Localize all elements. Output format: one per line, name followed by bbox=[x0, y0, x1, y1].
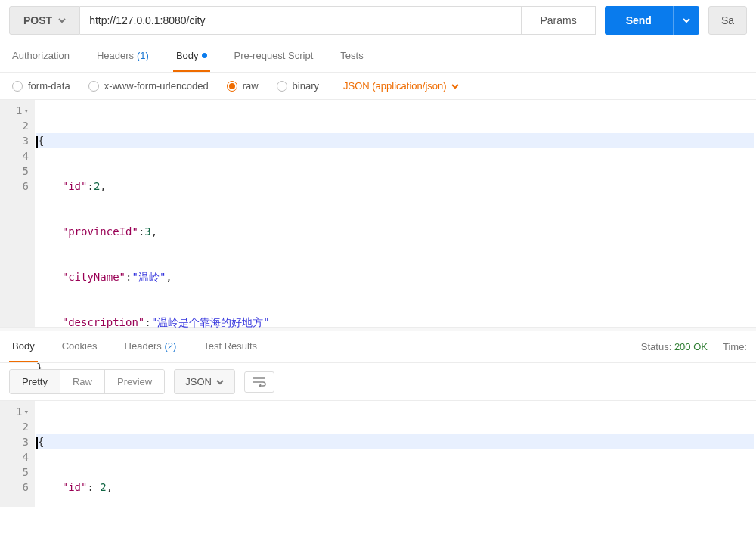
radio-label: form-data bbox=[28, 80, 70, 92]
wrap-icon bbox=[253, 377, 266, 387]
tab-headers-label: Headers bbox=[97, 50, 134, 61]
resp-tab-cookies[interactable]: Cookies bbox=[59, 331, 101, 362]
radio-label: raw bbox=[243, 80, 259, 92]
radio-raw[interactable]: raw bbox=[227, 80, 259, 92]
chevron-down-icon bbox=[451, 82, 459, 90]
send-dropdown-button[interactable] bbox=[673, 6, 699, 35]
radio-icon bbox=[227, 81, 237, 92]
resp-tab-headers-count: (2) bbox=[164, 340, 176, 352]
resp-tab-tests[interactable]: Test Results bbox=[200, 331, 260, 362]
tab-body[interactable]: Body bbox=[173, 41, 210, 72]
resp-tab-headers-label: Headers bbox=[125, 340, 162, 352]
tab-tests[interactable]: Tests bbox=[337, 41, 366, 72]
radio-icon bbox=[88, 81, 99, 92]
modified-dot-icon bbox=[202, 53, 207, 58]
content-type-select[interactable]: JSON (application/json) bbox=[343, 80, 459, 92]
code-area[interactable]: { "id": 2, "provinceId": 3, "cityName": … bbox=[35, 401, 756, 507]
save-button[interactable]: Sa bbox=[708, 6, 747, 35]
radio-icon bbox=[12, 81, 23, 92]
format-label: JSON bbox=[185, 376, 212, 387]
resp-tab-body[interactable]: Body bbox=[9, 331, 38, 362]
chevron-down-icon bbox=[216, 378, 224, 386]
chevron-down-icon bbox=[58, 17, 66, 24]
response-body-editor[interactable]: 1▾ 2 3 4 5 6 { "id": 2, "provinceId": 3,… bbox=[0, 401, 756, 507]
http-method-select[interactable]: POST bbox=[9, 6, 80, 35]
time-label: Time: bbox=[723, 341, 747, 353]
response-meta: Status: 200 OK Time: bbox=[641, 341, 747, 353]
view-mode-tabs: Pretty Raw Preview bbox=[9, 369, 165, 394]
view-pretty[interactable]: Pretty bbox=[10, 370, 60, 393]
code-area[interactable]: { "id":2, "provinceId":3, "cityName":"温岭… bbox=[35, 100, 756, 327]
radio-icon bbox=[277, 81, 287, 92]
url-input[interactable] bbox=[80, 6, 522, 35]
http-method-label: POST bbox=[23, 14, 52, 26]
radio-binary[interactable]: binary bbox=[277, 80, 319, 92]
radio-label: x-www-form-urlencoded bbox=[104, 80, 209, 92]
radio-form-data[interactable]: form-data bbox=[12, 80, 70, 92]
radio-urlencoded[interactable]: x-www-form-urlencoded bbox=[88, 80, 209, 92]
view-raw[interactable]: Raw bbox=[60, 370, 104, 393]
line-gutter: 1▾ 2 3 4 5 6 bbox=[0, 401, 35, 507]
tab-headers-count: (1) bbox=[137, 50, 149, 61]
format-select[interactable]: JSON bbox=[174, 369, 235, 394]
tab-headers[interactable]: Headers (1) bbox=[94, 41, 152, 72]
radio-label: binary bbox=[293, 80, 319, 92]
params-button[interactable]: Params bbox=[522, 6, 595, 35]
content-type-label: JSON (application/json) bbox=[343, 80, 447, 92]
status-value: 200 OK bbox=[674, 341, 708, 353]
tab-pre-request[interactable]: Pre-request Script bbox=[231, 41, 317, 72]
send-button[interactable]: Send bbox=[605, 6, 673, 35]
chevron-down-icon bbox=[683, 17, 690, 24]
tab-body-label: Body bbox=[176, 50, 199, 61]
line-gutter: 1▾ 2 3 4 5 6 bbox=[0, 100, 35, 327]
view-preview[interactable]: Preview bbox=[104, 370, 164, 393]
wrap-lines-button[interactable] bbox=[244, 371, 274, 393]
request-body-editor[interactable]: 1▾ 2 3 4 5 6 { "id":2, "provinceId":3, "… bbox=[0, 100, 756, 327]
tab-authorization[interactable]: Authorization bbox=[9, 41, 73, 72]
resp-tab-headers[interactable]: Headers (2) bbox=[122, 331, 180, 362]
